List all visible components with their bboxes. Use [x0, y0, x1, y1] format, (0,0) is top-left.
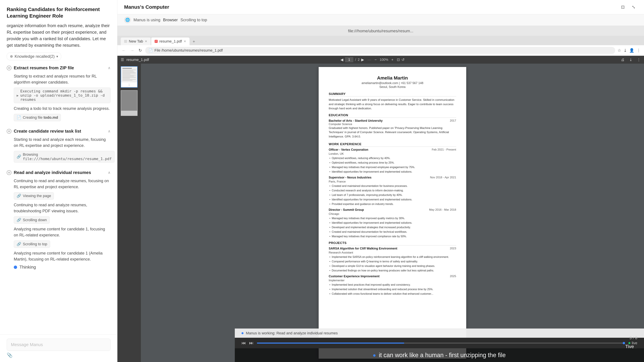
command-badge-1: ▶ Executing command mkdir -p resumes && …	[14, 88, 110, 103]
pdf-zoom-out[interactable]: −	[374, 58, 377, 62]
section-toggle-extract[interactable]: ∧	[108, 66, 110, 70]
section-toggle-review[interactable]: ∧	[108, 129, 110, 134]
resume-summary-text: Motivated Legal Assistant with 9 years o…	[329, 98, 456, 111]
left-bottom: Message Manus 📎	[0, 334, 117, 362]
section-text-1: Starting to extract and analyze resumes …	[14, 73, 110, 85]
resume-proj-2-b1: Implemented best practices that improved…	[329, 283, 456, 287]
section-icon-extract	[7, 66, 12, 70]
expand-icon-btn[interactable]: ⤡	[630, 3, 637, 11]
action-badge-scroll-top: 🔗 Scrolling to top	[14, 240, 50, 248]
chevron-down-icon: ▾	[56, 54, 58, 58]
left-panel: Ranking Candidates for Reinforcement Lea…	[0, 0, 118, 362]
forward-btn[interactable]: →	[129, 47, 135, 54]
pdf-more[interactable]: ⋮	[637, 58, 641, 62]
status-action2: Scrolling to top	[180, 17, 207, 22]
vc-progress-dot	[623, 342, 625, 344]
resume-job-3-b5: Managed key initiatives that improved co…	[329, 234, 456, 238]
pdf-page-controls: ◀ / 2 ▶ — − 100% + ⊡ ↺	[340, 57, 404, 62]
section-icon-inner-2	[8, 130, 10, 132]
file-icon: 📄	[16, 115, 21, 120]
back-btn[interactable]: ←	[121, 47, 127, 54]
pdf-thumb-img-2	[121, 91, 137, 111]
caption-content: it can work like a human - first unzippi…	[379, 352, 506, 359]
vc-live-dot	[628, 342, 630, 344]
resume-job-2-b3: Led team of 7 professionals, improving p…	[329, 193, 456, 197]
resume-job-1-company: London, UK	[329, 152, 456, 156]
attach-icon[interactable]: 📎	[7, 353, 110, 358]
pdf-page-total: 2	[358, 58, 360, 62]
pdf-sidebar: 1 2	[118, 64, 141, 362]
pdf-zoom-in[interactable]: +	[391, 58, 394, 62]
address-bar[interactable]: 📄 File /home/ubuntu/resumes/resume_1.pdf	[145, 47, 615, 54]
section-text-2: Creating a todo list to track resume ana…	[14, 106, 110, 112]
resume-job-1-b4: Identified opportunities for improvement…	[329, 170, 456, 174]
tab-resume-pdf[interactable]: P resume_1.pdf ✕	[151, 37, 190, 45]
vc-prev-btn[interactable]: ⏮	[242, 340, 246, 346]
resume-job-3-company: Chicago	[329, 212, 456, 216]
section-toggle-analyze[interactable]: ∧	[108, 171, 110, 175]
bottom-overlay: Manus is working: Read and analyze indiv…	[235, 329, 644, 362]
monitor-icon-btn[interactable]: ⊡	[619, 3, 626, 11]
resume-job-1-b2: Optimized workflows, reducing process ti…	[329, 161, 456, 165]
resume-proj-1-role: Research Assistant	[329, 251, 456, 254]
pdf-page-prev[interactable]: ◀	[340, 58, 343, 62]
resume-job-1-b3: Managed key initiatives that improved em…	[329, 165, 456, 169]
pdf-thumb-num-2: 2	[121, 111, 137, 116]
section-title-review: Create candidate review task list	[14, 129, 106, 134]
resume-job-3-b3: Developed and implemented strategies tha…	[329, 225, 456, 229]
pdf-download[interactable]: ⤓	[629, 58, 632, 62]
vc-next-btn[interactable]: ⏭	[249, 340, 254, 346]
resume-job-1-header: Officer - Vertex Corporation Feb 2021 - …	[329, 148, 456, 152]
right-header-actions: ⊡ ⤡	[619, 3, 637, 11]
working-dot	[242, 332, 244, 334]
status-action-text: Browser	[163, 17, 178, 22]
pdf-print[interactable]: 🖨	[621, 58, 624, 62]
pdf-thumb-selected: 1	[121, 66, 138, 88]
tab-close-2[interactable]: ✕	[184, 39, 186, 43]
profile-icon[interactable]: 👤	[629, 48, 634, 53]
pdf-toolbar: ☰ resume_1.pdf ◀ / 2 ▶ — − 100% + ⊡ ↺ 🖨 …	[118, 56, 644, 64]
message-input-container[interactable]: Message Manus	[7, 339, 110, 351]
bookmark-icon[interactable]: ☆	[618, 48, 621, 53]
resume-job-1-title: Officer - Vertex Corporation	[329, 148, 368, 152]
section-text-4: Continuing to read and analyze resumes, …	[14, 178, 110, 190]
working-text: Manus is working: Read and analyze indiv…	[246, 331, 338, 335]
tab-label-2: resume_1.pdf	[159, 39, 182, 43]
pdf-filename: resume_1.pdf	[126, 58, 338, 62]
action-scroll-top-text: Scrolling to top	[23, 242, 47, 246]
message-placeholder: Message Manus	[11, 342, 43, 347]
section-header-extract: Extract resumes from ZIP file ∧	[7, 65, 110, 70]
resume-job-2-header: Supervisor - Nexus Industries Nov 2018 -…	[329, 176, 456, 179]
caption-text: it can work like a human - first unzippi…	[242, 352, 637, 359]
pdf-rotate[interactable]: ↺	[402, 58, 404, 62]
resume-location: Seoul, South Korea	[329, 85, 456, 89]
section-icon-analyze	[7, 170, 12, 175]
resume-contact: ameliamartin@outlook.com | +61 537 567 1…	[329, 81, 456, 85]
resume-proj-1-b1: Implemented the SARSA on-policy reinforc…	[329, 255, 456, 259]
knowledge-badge[interactable]: ⊕ Knowledge recalled(2) ▾	[7, 53, 61, 60]
pdf-fit-page[interactable]: ⊡	[397, 58, 400, 62]
download-icon[interactable]: ⤓	[624, 48, 627, 53]
address-text: File /home/ubuntu/resumes/resume_1.pdf	[154, 48, 223, 53]
working-bar: Manus is working: Read and analyze indiv…	[235, 329, 644, 338]
resume-job-2-b2: Conducted research and analysis to infor…	[329, 188, 456, 192]
section-header-review: Create candidate review task list ∧	[7, 129, 110, 134]
pdf-thumb-1[interactable]: 1	[121, 66, 138, 88]
left-content: Extract resumes from ZIP file ∧ Starting…	[0, 64, 117, 334]
menu-icon[interactable]: ⋮	[636, 48, 641, 53]
pdf-page-next[interactable]: ▶	[361, 58, 364, 62]
tab-close-1[interactable]: ✕	[145, 39, 147, 43]
nav-bar: ← → ↻ 📄 File /home/ubuntu/resumes/resume…	[118, 45, 644, 56]
resume-edu-detail: Graduated with highest honors. Published…	[329, 126, 450, 139]
resume-education-title: EDUCATION	[329, 113, 456, 118]
new-tab-btn[interactable]: ＋	[190, 38, 198, 45]
vc-progress[interactable]	[257, 343, 625, 344]
reload-btn[interactable]: ↻	[138, 47, 143, 54]
pdf-menu-icon[interactable]: ☰	[121, 58, 124, 62]
thinking-label: Thinking	[20, 265, 36, 270]
pdf-thumb-2[interactable]: 2	[121, 90, 138, 116]
pdf-page-input[interactable]	[345, 57, 353, 62]
resume-job-3-b1: Managed key initiatives that improved qu…	[329, 216, 456, 220]
tab-new-tab[interactable]: New Tab ✕	[121, 37, 150, 45]
resume-proj-2-header: Customer Experience Improvement 2025	[329, 275, 456, 278]
